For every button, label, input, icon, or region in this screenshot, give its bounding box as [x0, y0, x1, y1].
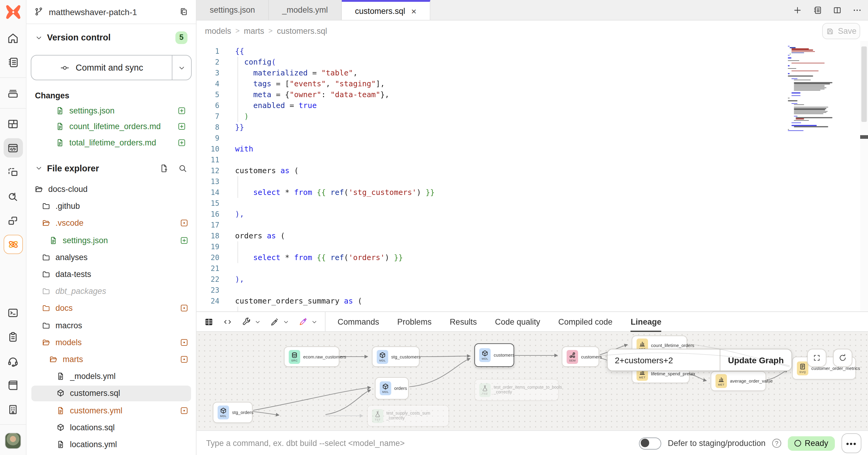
change-item[interactable]: count_lifetime_orders.md — [27, 119, 196, 135]
panel-tab-lineage[interactable]: Lineage — [630, 312, 661, 332]
commit-and-sync-button[interactable]: Commit and sync — [31, 55, 192, 80]
code-editor[interactable]: 1{{2 config(3 materialized = "table",4 t… — [196, 41, 868, 311]
tree-item-locations-sql[interactable]: locations.sql — [27, 419, 196, 436]
close-tab-icon[interactable]: × — [411, 6, 416, 16]
command-input[interactable] — [205, 438, 518, 448]
avatar[interactable] — [5, 433, 21, 449]
lineage-node-ecom-raw-customers[interactable]: SRC ecom.raw_customers — [284, 346, 339, 367]
node-type-icon: MDL — [377, 350, 388, 364]
commit-icon — [60, 62, 70, 73]
status-badge[interactable]: Ready — [788, 436, 835, 451]
panel-tab-compiled-code[interactable]: Compiled code — [558, 312, 613, 332]
panel-tab-problems[interactable]: Problems — [397, 312, 432, 332]
change-item[interactable]: total_lifetime_orders.md — [27, 135, 196, 150]
format-options-chevron-icon[interactable] — [283, 318, 289, 325]
lineage-node-test-supply-costs[interactable]: TST test_supply_costs_sum _correctly — [367, 405, 449, 427]
version-control-header[interactable]: Version control 5 — [27, 30, 196, 45]
tree-item-locations-yml[interactable]: locations.yml — [27, 436, 196, 453]
build-wrench-icon[interactable] — [241, 316, 251, 327]
tree-item-settings-json[interactable]: settings.json — [27, 232, 196, 249]
copy-icon[interactable] — [179, 7, 189, 17]
editor-tab[interactable]: _models.yml — [269, 0, 342, 20]
fullscreen-button[interactable] — [807, 349, 827, 367]
catalog-atom-icon[interactable] — [3, 235, 23, 254]
search-icon[interactable] — [178, 163, 187, 173]
code-line-15: 15 — [196, 198, 868, 209]
notebook-panel-icon[interactable] — [812, 5, 822, 15]
lineage-node-orders[interactable]: MDL orders — [375, 377, 409, 399]
lineage-node-stg-orders[interactable]: MDL stg_orders — [213, 402, 253, 423]
home-icon[interactable] — [3, 28, 23, 48]
change-item[interactable]: settings.json — [27, 103, 196, 119]
share-windows-icon[interactable] — [3, 210, 23, 230]
code-line-21: 21 — [196, 263, 868, 274]
lineage-node-test-order-items[interactable]: TST test_order_items_compute_to_bools _c… — [474, 379, 559, 401]
tree-item-analyses[interactable]: analyses — [27, 249, 196, 266]
tree-item-dbt-packages[interactable]: dbt_packages — [27, 283, 196, 300]
update-graph-button[interactable]: Update Graph — [720, 349, 792, 371]
tree-item-docs[interactable]: docs — [27, 300, 196, 317]
support-headset-icon[interactable] — [3, 351, 23, 371]
line-number: 11 — [196, 154, 219, 165]
defer-toggle[interactable] — [639, 437, 661, 449]
tree-item-marts[interactable]: marts — [27, 351, 196, 368]
tree-item-customers-yml[interactable]: customers.yml — [27, 402, 196, 419]
notebook-icon[interactable] — [3, 53, 23, 72]
refresh-graph-button[interactable] — [833, 349, 852, 367]
lineage-selector-input[interactable] — [608, 349, 720, 371]
split-view-icon[interactable] — [832, 5, 842, 15]
breadcrumb-separator: > — [269, 27, 273, 35]
tree-item--github[interactable]: .github — [27, 198, 196, 215]
commit-options-caret[interactable] — [172, 56, 191, 80]
file-explorer-header[interactable]: File explorer — [27, 160, 196, 176]
breadcrumb-part[interactable]: customers.sql — [277, 26, 327, 35]
docs-book-icon[interactable] — [3, 375, 23, 395]
lineage-node-customers-model[interactable]: MDL customers — [474, 343, 514, 367]
tree-item-models[interactable]: models — [27, 334, 196, 350]
status-more-button[interactable]: ••• — [841, 433, 861, 453]
breadcrumb-part[interactable]: marts — [244, 26, 264, 35]
main-area: settings.json_models.ymlcustomers.sql× m… — [196, 0, 868, 455]
compiled-code-icon[interactable] — [222, 316, 233, 327]
new-tab-icon[interactable] — [793, 5, 802, 15]
results-table-icon[interactable] — [204, 316, 214, 327]
terminal-icon[interactable] — [3, 303, 23, 322]
organization-building-icon[interactable] — [3, 399, 23, 419]
build-options-chevron-icon[interactable] — [254, 318, 261, 325]
tasks-clipboard-icon[interactable] — [3, 327, 23, 346]
tree-item-docs-cloud[interactable]: docs-cloud — [27, 181, 196, 198]
tree-item-data-tests[interactable]: data-tests — [27, 266, 196, 283]
dashboard-icon[interactable] — [3, 114, 23, 133]
tree-item-customers-sql[interactable]: customers.sql — [27, 385, 196, 402]
stage-plus-icon[interactable] — [177, 106, 186, 115]
lineage-canvas[interactable]: SRC ecom.raw_customers MDL stg_customers… — [196, 332, 868, 430]
canvas-icon[interactable] — [3, 162, 23, 182]
format-pen-icon[interactable] — [270, 316, 280, 327]
panel-tab-commands[interactable]: Commands — [338, 312, 379, 332]
node-type-icon: SRC — [289, 350, 300, 364]
lineage-node-stg-customers[interactable]: MDL stg_customers — [372, 346, 420, 367]
tree-item--vscode[interactable]: .vscode — [27, 215, 196, 232]
breadcrumb-part[interactable]: models — [205, 26, 231, 35]
stage-plus-icon[interactable] — [177, 138, 186, 147]
editor-tab[interactable]: settings.json — [196, 0, 269, 20]
dbt-logo-icon[interactable] — [5, 4, 21, 20]
ide-editor-icon[interactable] — [3, 138, 23, 158]
new-file-icon[interactable] — [159, 163, 169, 173]
ai-options-chevron-icon[interactable] — [311, 318, 318, 325]
insights-icon[interactable] — [3, 187, 23, 206]
tree-item--models-yml[interactable]: _models.yml — [27, 368, 196, 385]
more-options-icon[interactable] — [852, 5, 862, 15]
code-line-22: 22), — [196, 274, 868, 285]
editor-tab[interactable]: customers.sql× — [342, 0, 430, 20]
ai-fix-icon[interactable] — [298, 316, 308, 327]
tree-item-macros[interactable]: macros — [27, 317, 196, 334]
stage-plus-icon[interactable] — [177, 122, 186, 131]
projects-drawer-icon[interactable] — [3, 83, 23, 103]
lineage-node-customers-semantic[interactable]: SEM customers — [562, 346, 599, 367]
panel-tab-results[interactable]: Results — [450, 312, 477, 332]
panel-tab-code-quality[interactable]: Code quality — [495, 312, 540, 332]
help-icon[interactable]: ? — [772, 439, 781, 448]
lineage-node-average-order-value[interactable]: MET average_order_value — [711, 371, 766, 391]
save-button[interactable]: Save — [822, 23, 860, 39]
